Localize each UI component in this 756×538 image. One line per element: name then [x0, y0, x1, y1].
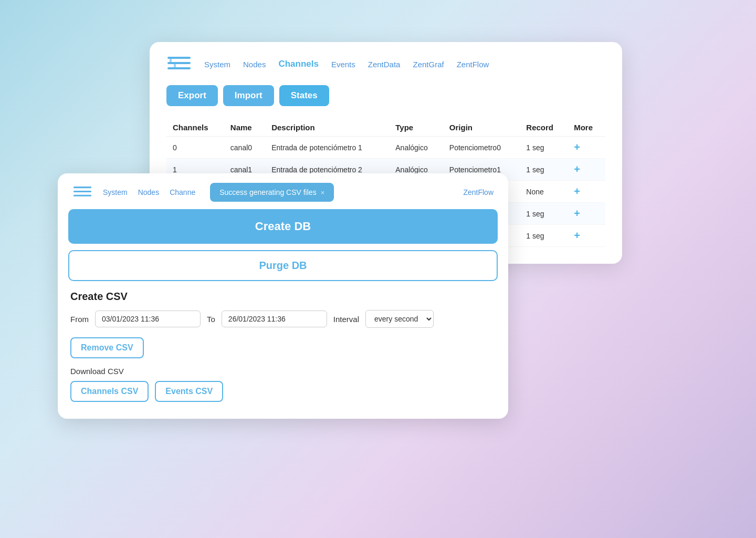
- cell-record: 1 seg: [520, 225, 568, 247]
- more-button[interactable]: +: [574, 230, 580, 242]
- to-label: To: [207, 315, 215, 324]
- front-card: System Nodes Channe Success generating C…: [58, 173, 508, 419]
- cell-record: 1 seg: [520, 203, 568, 225]
- nav-system[interactable]: System: [204, 60, 230, 69]
- success-toast: Success generating CSV files ×: [210, 183, 334, 202]
- toast-close-button[interactable]: ×: [321, 189, 325, 196]
- from-input[interactable]: [95, 311, 201, 327]
- download-buttons: Channels CSV Events CSV: [70, 381, 496, 402]
- more-button[interactable]: +: [574, 185, 580, 198]
- col-header-type: Type: [389, 119, 443, 137]
- front-nav: System Nodes Channe Success generating C…: [58, 173, 508, 209]
- csv-section: Create CSV From To Interval every second…: [58, 291, 508, 402]
- events-csv-button[interactable]: Events CSV: [155, 381, 223, 402]
- cell-record: None: [520, 181, 568, 203]
- cell-more: +: [568, 137, 605, 159]
- csv-title: Create CSV: [70, 291, 496, 303]
- states-button[interactable]: States: [279, 85, 329, 106]
- download-csv-label: Download CSV: [70, 367, 496, 376]
- export-button[interactable]: Export: [166, 85, 218, 106]
- more-button[interactable]: +: [574, 208, 580, 220]
- cell-description: Entrada de potenciómetro 1: [265, 137, 389, 159]
- svg-rect-7: [74, 195, 91, 196]
- more-button[interactable]: +: [574, 141, 580, 153]
- svg-rect-6: [74, 191, 91, 192]
- to-input[interactable]: [222, 311, 327, 327]
- more-button[interactable]: +: [574, 163, 580, 175]
- col-header-more: More: [568, 119, 605, 137]
- csv-date-row: From To Interval every second every minu…: [70, 310, 496, 328]
- nav-nodes[interactable]: Nodes: [243, 60, 266, 69]
- from-label: From: [70, 315, 89, 324]
- cell-type: Analógico: [389, 137, 443, 159]
- nav-zentgraf[interactable]: ZentGraf: [413, 60, 444, 69]
- col-header-record: Record: [520, 119, 568, 137]
- svg-rect-2: [167, 67, 191, 69]
- cell-more: +: [568, 203, 605, 225]
- cell-origin: Potenciometro0: [443, 137, 520, 159]
- back-nav: System Nodes Channels Events ZentData Ze…: [166, 55, 605, 74]
- purge-db-button[interactable]: Purge DB: [68, 250, 498, 281]
- col-header-origin: Origin: [443, 119, 520, 137]
- cell-record: 1 seg: [520, 137, 568, 159]
- front-nav-channels[interactable]: Channe: [170, 188, 195, 196]
- interval-select[interactable]: every second every minute every hour: [365, 310, 434, 328]
- front-nav-nodes[interactable]: Nodes: [138, 188, 159, 196]
- create-db-button[interactable]: Create DB: [68, 209, 498, 244]
- svg-rect-0: [167, 57, 191, 59]
- cell-name: canal0: [224, 137, 265, 159]
- nav-channels[interactable]: Channels: [278, 59, 319, 69]
- svg-rect-1: [167, 62, 191, 64]
- toast-message: Success generating CSV files: [219, 188, 316, 196]
- col-header-name: Name: [224, 119, 265, 137]
- cell-channel: 0: [166, 137, 224, 159]
- front-nav-system[interactable]: System: [103, 188, 128, 196]
- nav-events[interactable]: Events: [331, 60, 355, 69]
- cell-record: 1 seg: [520, 159, 568, 181]
- interval-label: Interval: [333, 315, 359, 324]
- nav-zentdata[interactable]: ZentData: [368, 60, 401, 69]
- remove-csv-button[interactable]: Remove CSV: [70, 337, 144, 358]
- cell-more: +: [568, 181, 605, 203]
- cell-more: +: [568, 225, 605, 247]
- logo-icon: [166, 55, 192, 74]
- import-button[interactable]: Import: [223, 85, 274, 106]
- svg-rect-4: [174, 64, 176, 67]
- table-row: 0 canal0 Entrada de potenciómetro 1 Anal…: [166, 137, 605, 159]
- back-toolbar: Export Import States: [166, 85, 605, 106]
- front-nav-zentflow[interactable]: ZentFlow: [463, 188, 494, 196]
- nav-zentflow[interactable]: ZentFlow: [457, 60, 489, 69]
- svg-rect-5: [74, 187, 91, 188]
- svg-rect-3: [170, 59, 172, 62]
- col-header-description: Description: [265, 119, 389, 137]
- channels-csv-button[interactable]: Channels CSV: [70, 381, 149, 402]
- cell-more: +: [568, 159, 605, 181]
- col-header-channels: Channels: [166, 119, 224, 137]
- front-logo-icon: [72, 185, 92, 200]
